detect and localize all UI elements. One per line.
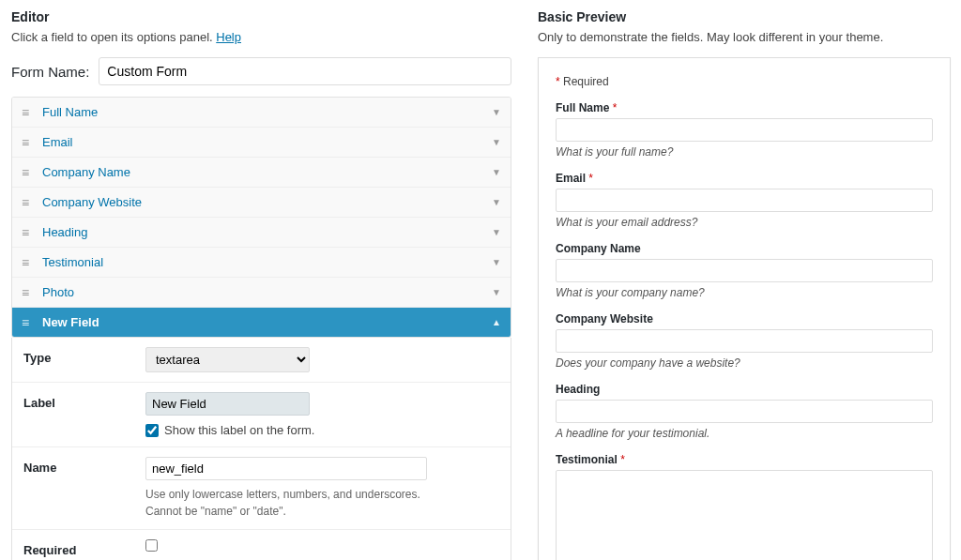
preview-field-label: Testimonial * — [556, 453, 933, 466]
drag-handle-icon[interactable] — [22, 166, 33, 179]
form-name-label: Form Name: — [11, 64, 89, 80]
field-row-active[interactable]: New Field ▲ — [12, 308, 511, 337]
preview-input-heading[interactable] — [556, 400, 933, 423]
preview-field: Testimonial * What do you think about us… — [556, 453, 933, 560]
chevron-down-icon[interactable]: ▼ — [492, 197, 501, 207]
preview-field-label: Company Name — [556, 242, 933, 255]
field-row-label: Testimonial — [42, 255, 492, 269]
drag-handle-icon[interactable] — [22, 136, 33, 149]
drag-handle-icon[interactable] — [22, 316, 33, 329]
preview-column: Basic Preview Only to demonstrate the fi… — [521, 0, 960, 560]
show-label-checkbox[interactable] — [145, 424, 159, 437]
field-row-label: Full Name — [42, 105, 492, 119]
field-row[interactable]: Company Website ▼ — [12, 188, 511, 218]
chevron-down-icon[interactable]: ▼ — [492, 257, 501, 267]
field-row-label: Email — [42, 135, 492, 149]
field-row[interactable]: Testimonial ▼ — [12, 248, 511, 278]
chevron-down-icon[interactable]: ▼ — [492, 227, 501, 237]
preview-title: Basic Preview — [538, 9, 951, 24]
preview-input-company[interactable] — [556, 259, 933, 282]
option-label-type: Type — [23, 347, 145, 365]
preview-input-website[interactable] — [556, 329, 933, 353]
type-select[interactable]: textarea — [145, 347, 310, 372]
field-row[interactable]: Full Name ▼ — [12, 98, 511, 128]
preview-subtext: Only to demonstrate the fields. May look… — [538, 30, 951, 44]
preview-field-label: Email * — [556, 172, 933, 185]
preview-input-email[interactable] — [556, 189, 933, 212]
preview-input-fullname[interactable] — [556, 118, 933, 142]
field-row-label: Photo — [42, 285, 492, 299]
label-input[interactable] — [145, 392, 310, 416]
preview-field-help: Does your company have a website? — [556, 356, 933, 370]
help-link[interactable]: Help — [216, 30, 241, 44]
preview-field-help: A headline for your testimonial. — [556, 427, 933, 440]
show-label-text: Show this label on the form. — [164, 423, 314, 437]
name-hint: Use only lowercase letters, numbers, and… — [145, 486, 499, 520]
preview-field-help: What is your email address? — [556, 216, 933, 229]
chevron-down-icon[interactable]: ▼ — [492, 167, 501, 177]
field-row-label: New Field — [42, 315, 492, 329]
preview-field-help: What is your full name? — [556, 145, 933, 159]
preview-box: * Required Full Name * What is your full… — [538, 57, 951, 560]
required-checkbox[interactable] — [145, 539, 158, 552]
preview-textarea-testimonial[interactable] — [556, 470, 933, 560]
editor-subtext: Click a field to open its options panel.… — [11, 30, 511, 44]
field-row-label: Heading — [42, 225, 492, 239]
preview-field: Company Name What is your company name? — [556, 242, 933, 299]
chevron-up-icon[interactable]: ▲ — [492, 317, 501, 327]
field-row-label: Company Website — [42, 195, 492, 209]
chevron-down-icon[interactable]: ▼ — [492, 137, 501, 147]
name-input[interactable] — [145, 457, 427, 480]
preview-field-label: Heading — [556, 383, 933, 396]
option-label-name: Name — [23, 457, 145, 475]
drag-handle-icon[interactable] — [22, 286, 33, 299]
field-row[interactable]: Company Name ▼ — [12, 158, 511, 188]
field-row-label: Company Name — [42, 165, 492, 179]
drag-handle-icon[interactable] — [22, 226, 33, 239]
chevron-down-icon[interactable]: ▼ — [492, 287, 501, 297]
preview-field-label: Company Website — [556, 312, 933, 325]
required-note: * Required — [556, 75, 933, 88]
editor-title: Editor — [11, 9, 511, 24]
option-label-label: Label — [23, 392, 145, 410]
chevron-down-icon[interactable]: ▼ — [492, 107, 501, 117]
preview-field-label: Full Name * — [556, 101, 933, 114]
preview-field: Full Name * What is your full name? — [556, 101, 933, 159]
preview-field: Heading A headline for your testimonial. — [556, 383, 933, 440]
preview-field: Email * What is your email address? — [556, 172, 933, 229]
drag-handle-icon[interactable] — [22, 256, 33, 269]
field-list: Full Name ▼ Email ▼ Company Name ▼ Compa… — [11, 97, 511, 338]
editor-column: Editor Click a field to open its options… — [0, 0, 521, 560]
option-label-required: Required — [23, 539, 145, 557]
field-row[interactable]: Email ▼ — [12, 128, 511, 158]
drag-handle-icon[interactable] — [22, 106, 33, 119]
field-options-panel: Type textarea Label Show this label on t… — [11, 338, 511, 560]
preview-field-help: What is your company name? — [556, 286, 933, 299]
drag-handle-icon[interactable] — [22, 196, 33, 209]
field-row[interactable]: Photo ▼ — [12, 278, 511, 308]
form-name-input[interactable] — [99, 57, 511, 85]
preview-field: Company Website Does your company have a… — [556, 312, 933, 370]
field-row[interactable]: Heading ▼ — [12, 218, 511, 248]
